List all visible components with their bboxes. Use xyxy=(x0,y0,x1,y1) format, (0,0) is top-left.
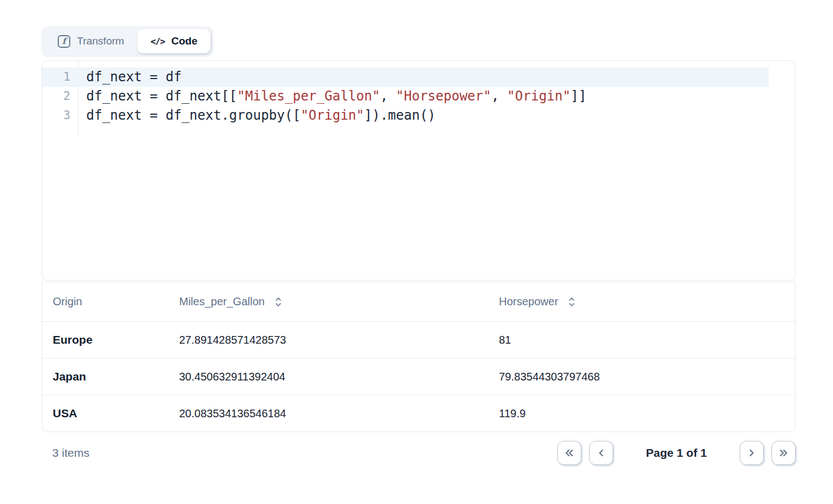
next-page-button[interactable] xyxy=(740,441,764,465)
prev-page-button[interactable] xyxy=(589,441,613,465)
code-text: df_next = df_next[["Miles_per_Gallon", "… xyxy=(79,87,586,106)
code-token: , xyxy=(491,88,507,104)
table-row: USA 20.083534136546184 119.9 xyxy=(42,395,795,432)
table-row: Europe 27.891428571428573 81 xyxy=(42,321,795,358)
table-header-miles-per-gallon[interactable]: Miles_per_Gallon xyxy=(179,295,499,308)
table-footer: 3 items Page 1 of 1 xyxy=(42,441,796,465)
results-table: Origin Miles_per_Gallon Horsepower xyxy=(42,282,796,432)
sort-icon[interactable] xyxy=(568,297,575,307)
code-token: df_next = df xyxy=(86,69,181,85)
page-indicator: Page 1 of 1 xyxy=(645,446,708,460)
column-label: Origin xyxy=(53,295,82,308)
code-icon: </> xyxy=(151,36,165,47)
code-token: ]).mean() xyxy=(364,108,436,123)
cell-horsepower: 79.83544303797468 xyxy=(499,371,795,383)
code-editor[interactable]: 1 df_next = df 2 df_next = df_next[["Mil… xyxy=(42,60,796,281)
table-header-origin: Origin xyxy=(42,295,179,308)
column-label: Miles_per_Gallon xyxy=(179,295,265,308)
table-header-row: Origin Miles_per_Gallon Horsepower xyxy=(42,282,795,321)
code-text: df_next = df xyxy=(79,68,181,87)
tab-code-label: Code xyxy=(171,35,198,47)
chevron-right-icon xyxy=(747,449,756,457)
table-header-horsepower[interactable]: Horsepower xyxy=(499,295,795,308)
cell-horsepower: 81 xyxy=(499,334,795,346)
cell-horsepower: 119.9 xyxy=(499,407,795,420)
cell-miles-per-gallon: 20.083534136546184 xyxy=(179,407,499,420)
code-token-string: "Horsepower" xyxy=(396,88,491,104)
code-token: ]] xyxy=(570,88,586,104)
view-mode-tabs: f Transform </> Code xyxy=(42,26,213,56)
code-token-string: "Origin" xyxy=(301,108,364,123)
cell-miles-per-gallon: 30.450632911392404 xyxy=(179,371,499,383)
cell-origin: USA xyxy=(42,407,179,420)
line-number: 3 xyxy=(42,106,79,125)
last-page-button[interactable] xyxy=(771,441,796,465)
code-line[interactable]: 3 df_next = df_next.groupby(["Origin"]).… xyxy=(42,106,769,125)
tab-code[interactable]: </> Code xyxy=(137,29,210,53)
code-token: , xyxy=(380,88,396,104)
chevrons-right-icon xyxy=(778,449,789,457)
cell-origin: Japan xyxy=(42,370,179,383)
transform-code-view: f Transform </> Code 1 df_next = df 2 df… xyxy=(0,0,833,465)
table-row: Japan 30.450632911392404 79.835443037974… xyxy=(42,358,795,395)
code-token-string: "Origin" xyxy=(507,88,571,104)
items-count: 3 items xyxy=(42,446,90,460)
code-token: df_next = df_next[[ xyxy=(86,88,237,104)
tab-transform-label: Transform xyxy=(77,35,124,47)
code-text: df_next = df_next.groupby(["Origin"]).me… xyxy=(79,106,436,125)
first-page-button[interactable] xyxy=(557,441,581,465)
sort-icon[interactable] xyxy=(275,297,282,307)
function-icon: f xyxy=(58,35,70,48)
code-line[interactable]: 1 df_next = df xyxy=(42,68,769,87)
tab-transform[interactable]: f Transform xyxy=(45,29,137,53)
cell-origin: Europe xyxy=(42,333,179,346)
code-line[interactable]: 2 df_next = df_next[["Miles_per_Gallon",… xyxy=(42,87,769,106)
chevron-left-icon xyxy=(597,449,606,457)
column-label: Horsepower xyxy=(499,295,558,308)
line-number: 2 xyxy=(42,87,79,106)
code-token: df_next = df_next.groupby([ xyxy=(86,108,301,123)
pagination: Page 1 of 1 xyxy=(557,441,796,465)
line-number: 1 xyxy=(42,68,79,87)
code-token-string: "Miles_per_Gallon" xyxy=(237,88,380,104)
chevrons-left-icon xyxy=(564,449,575,457)
cell-miles-per-gallon: 27.891428571428573 xyxy=(179,334,499,346)
